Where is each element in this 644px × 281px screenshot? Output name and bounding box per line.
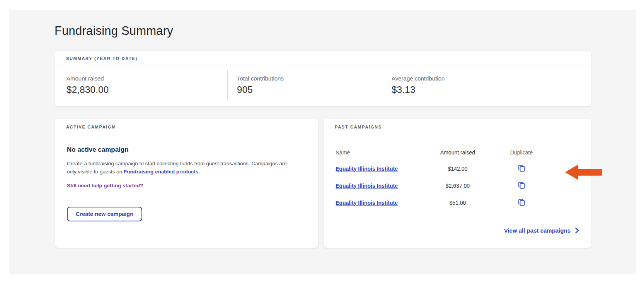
stat-value: 905 — [237, 84, 382, 95]
stat-label: Average contribution — [392, 75, 591, 82]
active-campaign-card: ACTIVE CAMPAIGN No active campaign Creat… — [55, 119, 318, 248]
table-row: Equality Illinois Institute $2,637.00 — [336, 177, 547, 194]
summary-card-header: SUMMARY (YEAR TO DATE) — [55, 51, 591, 65]
campaign-name-link[interactable]: Equality Illinois Institute — [336, 200, 398, 206]
stat-label: Total contributions — [237, 75, 382, 82]
copy-icon — [518, 201, 525, 207]
past-campaigns-card: PAST CAMPAIGNS Name Amount raised Duplic… — [324, 119, 591, 248]
copy-icon — [518, 184, 525, 190]
no-active-campaign-title: No active campaign — [67, 146, 307, 154]
column-header-duplicate: Duplicate — [496, 149, 547, 156]
stat-value: $2,830.00 — [66, 84, 227, 95]
stat-total-contributions: Total contributions 905 — [227, 65, 382, 105]
fundraising-enabled-products-link[interactable]: Fundraising enabled products. — [124, 169, 200, 175]
campaign-amount: $142.00 — [419, 166, 496, 172]
help-getting-started-link[interactable]: Still need help getting started? — [67, 183, 143, 188]
chevron-right-icon — [575, 228, 579, 233]
campaign-description: Create a fundraising campaign to start c… — [67, 160, 290, 176]
page-title: Fundraising Summary — [55, 24, 173, 38]
summary-stats-row: Amount raised $2,830.00 Total contributi… — [55, 65, 591, 105]
column-header-amount-raised: Amount raised — [419, 149, 496, 156]
view-all-label: View all past campaigns — [504, 227, 571, 234]
copy-icon — [518, 167, 525, 173]
summary-card: SUMMARY (YEAR TO DATE) Amount raised $2,… — [55, 51, 591, 106]
table-row: Equality Illinois Institute $51.00 — [336, 194, 547, 211]
past-campaigns-card-header: PAST CAMPAIGNS — [324, 119, 591, 134]
active-campaign-card-header: ACTIVE CAMPAIGN — [55, 119, 318, 134]
table-row: Equality Illinois Institute $142.00 — [336, 160, 547, 177]
campaign-amount: $51.00 — [419, 200, 496, 206]
past-campaigns-table: Name Amount raised Duplicate Equality Il… — [336, 149, 547, 211]
table-header-row: Name Amount raised Duplicate — [336, 149, 547, 160]
create-new-campaign-button[interactable]: Create new campaign — [67, 207, 142, 221]
content-panel: Fundraising Summary SUMMARY (YEAR TO DAT… — [9, 10, 636, 274]
column-header-name: Name — [336, 149, 419, 156]
active-campaign-body: No active campaign Create a fundraising … — [55, 134, 318, 221]
campaign-name-link[interactable]: Equality Illinois Institute — [336, 166, 398, 172]
view-all-past-campaigns-link[interactable]: View all past campaigns — [504, 227, 579, 234]
duplicate-campaign-button[interactable] — [518, 164, 526, 173]
stat-label: Amount raised — [66, 75, 227, 82]
title-divider — [55, 50, 591, 50]
stat-amount-raised: Amount raised $2,830.00 — [55, 65, 227, 105]
campaign-name-link[interactable]: Equality Illinois Institute — [336, 183, 398, 189]
campaign-amount: $2,637.00 — [419, 183, 496, 189]
duplicate-campaign-button[interactable] — [518, 198, 526, 207]
stat-average-contribution: Average contribution $3.13 — [382, 65, 591, 105]
duplicate-campaign-button[interactable] — [518, 181, 526, 190]
stat-value: $3.13 — [392, 84, 591, 95]
